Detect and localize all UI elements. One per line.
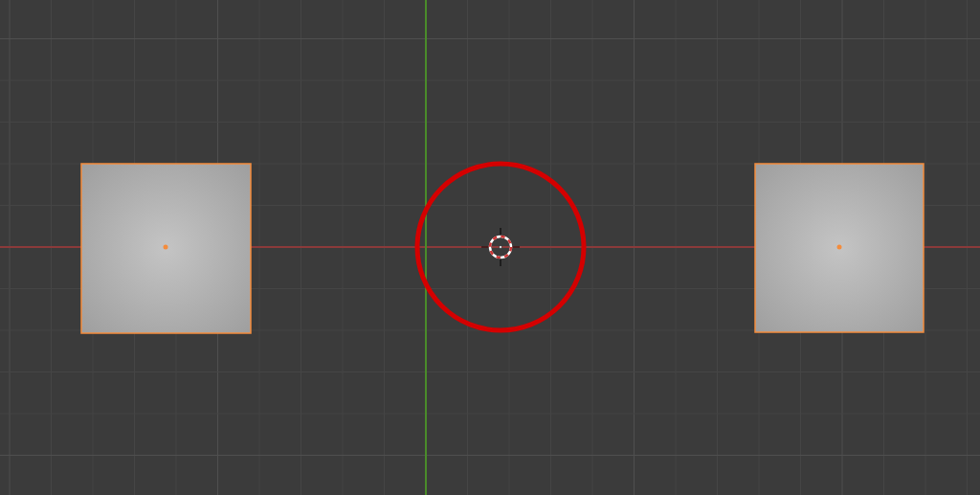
3d-cursor-icon[interactable]: [481, 228, 520, 266]
object-origin-icon: [164, 245, 168, 250]
svg-point-44: [500, 246, 502, 249]
cube-left[interactable]: [81, 164, 251, 333]
3d-viewport[interactable]: [0, 0, 980, 495]
cube-right[interactable]: [755, 164, 924, 332]
3d-cursor[interactable]: [481, 228, 520, 266]
object-origin-icon: [837, 245, 842, 250]
scene-objects[interactable]: [81, 164, 924, 333]
